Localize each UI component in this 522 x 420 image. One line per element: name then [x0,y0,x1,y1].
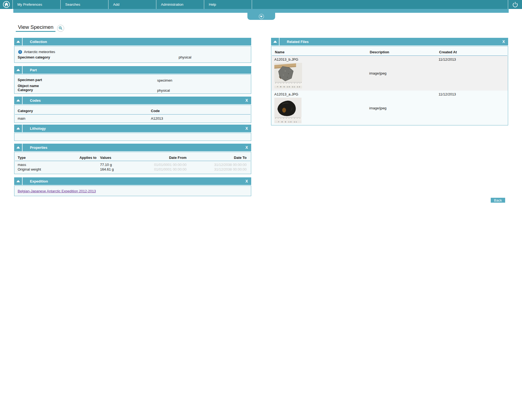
codes-header-code: Code [151,109,250,113]
codes-panel: Codes X Category Code main A12013 [14,97,251,123]
file-created-at: 11/12/2013 [439,92,456,96]
related-files-panel-title: Related Files [287,40,309,44]
nav-item-my-preferences[interactable]: My Preferences [13,0,61,9]
codes-collapse-button[interactable] [14,97,23,104]
expedition-panel-header: Expedition X [14,177,251,185]
property-date-from: 01/01/0001 00:00:00 [154,167,187,172]
triangle-up-icon [16,99,20,101]
properties-header-applies-to: Applies to [67,156,97,160]
view-search-button[interactable] [57,25,64,32]
file-thumbnail-meteorite-crust[interactable]: 7 8 9 10 11 [274,98,302,123]
properties-panel-header: Properties X [14,144,251,151]
info-icon: i [18,50,22,54]
collection-panel-header: Collection [14,38,251,45]
expedition-panel-title: Expedition [30,179,48,183]
codes-panel-body: Category Code main A12013 [14,105,251,123]
part-panel-title: Part [30,68,37,72]
related-files-panel-body: Name Description Created At A12013_b.JPG [271,46,508,125]
related-files-header-description: Description [370,50,439,54]
codes-panel-title: Codes [30,98,41,103]
triangle-up-icon [16,69,20,71]
codes-code-value: A12013 [151,116,250,121]
nav-item-administration[interactable]: Administration [156,0,204,9]
logout-button[interactable] [508,0,522,9]
lithology-close-button[interactable]: X [246,126,248,130]
codes-panel-header: Codes X [14,97,251,104]
expedition-collapse-button[interactable] [14,177,23,185]
triangle-up-icon [16,41,20,43]
related-files-table-header: Name Description Created At [272,46,507,56]
property-type: Original weight [15,167,67,172]
property-type: mass [15,162,67,167]
object-name-label: Object name [18,84,39,88]
expedition-close-button[interactable]: X [246,179,248,183]
properties-header-date-from: Date From [154,156,187,160]
expedition-link[interactable]: Belgian-Japanese Antarctic Expedition 20… [18,189,96,193]
property-applies-to [67,167,97,172]
lithology-collapse-button[interactable] [14,125,23,132]
codes-table-header: Category Code [15,105,250,115]
properties-header-type: Type [15,156,67,160]
file-created-at: 11/12/2013 [439,57,456,61]
expedition-panel-body: Belgian-Japanese Antarctic Expedition 20… [14,186,251,196]
specimen-part-label: Specimen part [18,78,42,82]
file-thumbnail-meteorite-cut-face[interactable]: 7 8 9 10 11 12 [274,63,302,88]
codes-close-button[interactable]: X [246,98,248,102]
property-applies-to [67,162,97,167]
related-files-close-button[interactable]: X [502,40,505,44]
related-files-header-name: Name [272,50,370,54]
collection-panel: Collection i Antarctic meteorites Specim… [14,38,251,63]
property-value: 164.61 g [97,167,154,172]
table-row[interactable]: A12013_a.JPG 7 8 9 10 11 image/jpeg 11/1… [271,91,508,125]
collection-collapse-button[interactable] [14,38,23,45]
triangle-up-icon [16,180,20,182]
property-value: 77.10 g [97,162,154,167]
properties-panel: Properties X Type Applies to Values Date… [14,144,251,174]
specimen-part-value: specimen [157,78,172,83]
table-row: mass 77.10 g 01/01/0001 00:00:00 31/12/2… [15,162,250,167]
specimen-category-value: physical [179,55,191,59]
page-title-underline [16,31,55,32]
properties-header-values: Values [97,156,154,160]
category-value: physical [157,89,170,92]
part-panel-body: Specimen part specimen Object name Categ… [14,74,251,94]
back-button[interactable]: Back [491,198,505,203]
expedition-panel: Expedition X Belgian-Japanese Antarctic … [14,177,251,196]
codes-header-category: Category [15,109,151,113]
power-icon [512,1,518,8]
related-files-collapse-button[interactable] [271,38,279,45]
nav-item-add[interactable]: Add [108,0,156,9]
nav-item-help[interactable]: Help [204,0,252,9]
nav-item-searches[interactable]: Searches [61,0,108,9]
part-panel-header: Part [14,66,251,74]
nav-spacer [252,0,508,9]
part-collapse-button[interactable] [14,66,23,74]
table-row[interactable]: A12013_b.JPG [271,56,508,91]
home-icon [3,1,10,8]
lithology-panel-body [14,133,251,141]
property-date-to: 31/12/2038 00:00:00 [187,167,250,172]
category-label: Category [18,88,33,92]
properties-panel-body: Type Applies to Values Date From Date To… [14,152,251,174]
codes-category-value: main [15,116,151,121]
related-files-header-created-at: Created At [439,50,507,54]
lithology-panel: Lithology X [14,125,251,141]
file-name: A12013_a.JPG [274,92,369,96]
collection-panel-body: i Antarctic meteorites Specimen category… [14,46,251,63]
triangle-up-icon [273,41,277,43]
properties-close-button[interactable]: X [246,146,248,149]
related-files-panel: Related Files X Name Description Created… [271,38,508,125]
expand-menu-tab[interactable] [247,13,275,20]
properties-collapse-button[interactable] [14,144,23,151]
specimen-category-label: Specimen category [18,55,50,59]
triangle-up-icon [16,146,20,149]
home-button[interactable] [0,0,13,9]
properties-table-header: Type Applies to Values Date From Date To [15,152,250,161]
page-title: View Specimen [18,24,54,30]
properties-header-date-to: Date To [187,156,250,160]
property-date-from: 01/01/0001 00:00:00 [154,162,187,167]
chevron-down-icon [259,14,264,19]
page: My Preferences Searches Add Administrati… [0,0,522,420]
magnifier-icon [58,26,63,30]
file-name: A12013_b.JPG [274,57,369,61]
